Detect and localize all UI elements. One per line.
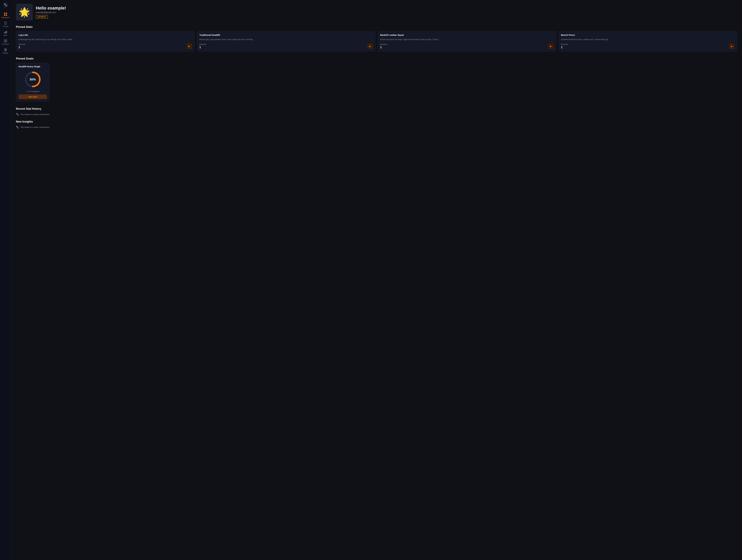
- new-insights-section: New Insights 🔧 This feature is under con…: [16, 120, 737, 129]
- member-badge: MEMBER: [36, 15, 48, 18]
- sidebar-item-stats[interactable]: Stats: [0, 29, 11, 38]
- recent-stat-history-section: Recent Stat History 🔧 This feature is un…: [16, 107, 737, 116]
- recent-stat-construction-label: This feature is under construction: [20, 113, 50, 115]
- main-content: 🌟 Hello example! example@gmail.com MEMBE…: [11, 0, 742, 560]
- records-count-2: 1: [380, 46, 387, 49]
- sidebar-item-journal[interactable]: Journal: [0, 20, 11, 29]
- sidebar-item-dashboard[interactable]: Dashboard: [0, 11, 11, 20]
- records-label-1: Records: [200, 43, 206, 46]
- new-insights-title: New Insights: [16, 120, 737, 123]
- stat-card-footer-1: Records 1 ▶: [200, 43, 373, 49]
- svg-rect-14: [6, 41, 7, 42]
- stat-card-deadlift: Traditional Deadlift Narrow grip. Legs b…: [197, 31, 376, 52]
- new-insights-construction-text: 🔧 This feature is under construction: [16, 126, 737, 129]
- sidebar-label-settings: Settings: [2, 52, 9, 54]
- stats-grid: Leg Lifts Bodyweight leg lifts. Dead han…: [16, 31, 737, 52]
- sidebar-label-dashboard: Dashboard: [1, 16, 10, 18]
- records-count-3: 1: [561, 46, 568, 49]
- sidebar-label-journal: Journal: [3, 25, 8, 27]
- records-label-0: Records: [18, 43, 25, 46]
- svg-rect-5: [6, 14, 7, 16]
- records-info-0: Records 1: [18, 43, 25, 49]
- records-count-0: 1: [18, 46, 25, 49]
- svg-rect-12: [4, 42, 5, 42]
- play-button-3[interactable]: ▶: [729, 44, 735, 49]
- profile-header: 🌟 Hello example! example@gmail.com MEMBE…: [16, 4, 737, 20]
- stat-card-desc-3: Standard flat bench press, medium arch, …: [561, 38, 735, 41]
- stat-card-desc-2: Barbell sits below the traps. Slight lea…: [380, 38, 554, 41]
- new-insights-construction-label: This feature is under construction: [20, 126, 50, 128]
- recent-stat-construction-text: 🔧 This feature is under construction: [16, 113, 737, 116]
- programs-icon: [4, 39, 7, 43]
- play-button-0[interactable]: ▶: [187, 44, 192, 49]
- stat-card-desc-1: Narrow grip. Legs between arms. Keep it …: [200, 38, 373, 41]
- sidebar: 🔧 Dashboard Journal: [0, 0, 11, 560]
- progress-circle-container: 50%: [18, 70, 47, 89]
- svg-point-15: [5, 49, 6, 50]
- play-button-1[interactable]: ▶: [367, 44, 373, 49]
- pinned-goals-section: Pinned Goals Deadlift Heavy Single 50% 2…: [16, 57, 737, 102]
- svg-rect-4: [4, 14, 5, 16]
- app-logo: 🔧: [2, 2, 9, 8]
- stat-card-title-3: Bench Press: [561, 34, 735, 36]
- avatar: 🌟: [16, 4, 33, 20]
- pinned-goals-title: Pinned Goals: [16, 57, 737, 60]
- stats-icon: [4, 30, 7, 34]
- stat-card-footer-2: Records 1 ▶: [380, 43, 554, 49]
- records-info-1: Records 1: [200, 43, 206, 49]
- svg-rect-9: [5, 32, 6, 33]
- sidebar-item-settings[interactable]: Settings: [0, 47, 11, 55]
- stat-card-leg-lifts: Leg Lifts Bodyweight leg lifts. Dead han…: [16, 31, 195, 52]
- avatar-image: 🌟: [19, 7, 30, 17]
- completed-text: 2 / 4 Completed: [18, 91, 47, 93]
- records-info-3: Records 1: [561, 43, 568, 49]
- email-text: example@gmail.com: [36, 11, 66, 14]
- see-goal-button[interactable]: See Goal: [18, 95, 47, 99]
- svg-rect-13: [6, 40, 7, 40]
- stat-card-title-1: Traditional Deadlift: [200, 34, 373, 36]
- construction-icon-2: 🔧: [16, 126, 19, 129]
- stat-card-footer-3: Records 1 ▶: [561, 43, 735, 49]
- profile-info: Hello example! example@gmail.com MEMBER: [36, 6, 66, 18]
- pinned-stats-title: Pinned Stats: [16, 25, 737, 29]
- settings-icon: [4, 48, 7, 51]
- progress-circle: 50%: [23, 70, 42, 89]
- play-button-2[interactable]: ▶: [548, 44, 554, 49]
- records-label-3: Records: [561, 43, 568, 46]
- sidebar-item-programs[interactable]: Programs: [0, 38, 11, 47]
- svg-rect-3: [6, 13, 7, 14]
- journal-icon: [4, 21, 7, 25]
- pinned-stats-section: Pinned Stats Leg Lifts Bodyweight leg li…: [16, 25, 737, 52]
- records-info-2: Records 1: [380, 43, 387, 49]
- stat-card-squat: Barbell Lowbar Squat Barbell sits below …: [378, 31, 556, 52]
- stat-card-title-0: Leg Lifts: [18, 34, 192, 36]
- greeting-text: Hello example!: [36, 6, 66, 10]
- records-count-1: 1: [200, 46, 206, 49]
- stat-card-footer-0: Records 1 ▶: [18, 43, 192, 49]
- svg-rect-11: [4, 40, 5, 41]
- goal-card: Deadlift Heavy Single 50% 2 / 4 Complete…: [16, 63, 50, 102]
- dashboard-icon: [4, 12, 7, 16]
- construction-icon-1: 🔧: [16, 113, 19, 116]
- svg-rect-10: [6, 31, 7, 33]
- recent-stat-history-title: Recent Stat History: [16, 107, 737, 110]
- sidebar-label-stats: Stats: [3, 34, 7, 36]
- svg-rect-2: [4, 13, 5, 14]
- sidebar-label-programs: Programs: [2, 43, 9, 45]
- records-label-2: Records: [380, 43, 387, 46]
- stat-card-title-2: Barbell Lowbar Squat: [380, 34, 554, 36]
- stat-card-desc-0: Bodyweight leg lifts. Dead hang on bar, …: [18, 38, 192, 41]
- svg-rect-8: [4, 32, 5, 33]
- progress-percent: 50%: [30, 78, 36, 81]
- svg-text:🔧: 🔧: [4, 3, 7, 7]
- goal-title: Deadlift Heavy Single: [18, 65, 47, 68]
- stat-card-bench-press: Bench Press Standard flat bench press, m…: [559, 31, 737, 52]
